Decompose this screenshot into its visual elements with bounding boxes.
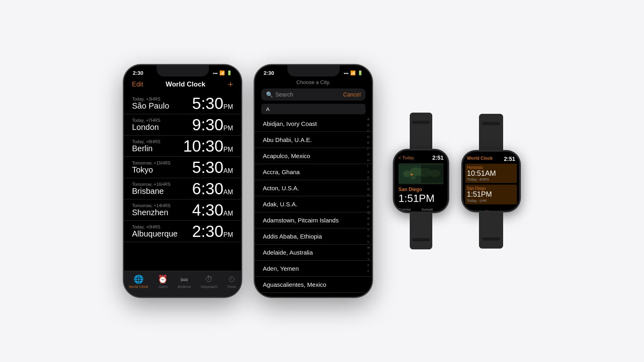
list-item[interactable]: Adamstown, Pitcairn Islands bbox=[255, 212, 372, 228]
w-city-honolulu: Honolulu bbox=[467, 165, 515, 170]
iphone-city-search: 2:30 ▪▪▪ 📶 🔋 Choose a City. 🔍 Search Can… bbox=[254, 64, 373, 298]
sunrise-label: Sunrise bbox=[398, 208, 411, 212]
battery-icon: 🔋 bbox=[227, 70, 232, 76]
city-item-albuquerque: Today, +0HRS Albuquerque 2:30PM bbox=[124, 221, 241, 242]
globe-icon: 🌐 bbox=[134, 274, 144, 284]
status-bar-2: 2:30 ▪▪▪ 📶 🔋 bbox=[255, 65, 372, 78]
list-item[interactable]: Abidjan, Ivory Coast bbox=[255, 116, 372, 132]
city-time: 5:30 bbox=[192, 95, 223, 112]
world-clock-header: Edit World Clock + bbox=[124, 78, 241, 93]
watch2-case: World Clock 2:51 Honolulu 10:51AM Today,… bbox=[461, 150, 521, 212]
bedtime-icon: 🛏 bbox=[180, 275, 188, 284]
city-label: Today, +8HRS bbox=[132, 139, 160, 144]
w-offset-sandiego: Today, -1HR bbox=[467, 199, 515, 203]
watch1-header: < Today 2:51 bbox=[398, 154, 444, 161]
watch1-sunrise-row: Sunrise 6:44AM Sunset 6:26PM bbox=[398, 205, 444, 212]
world-map-display bbox=[398, 163, 444, 184]
city-time: 2:30 bbox=[192, 222, 223, 240]
w-city-slc: Salt Lake City bbox=[467, 210, 515, 210]
tab-timer[interactable]: ⏲ Timer bbox=[227, 275, 236, 289]
list-item[interactable]: Addis Ababa, Ethiopia bbox=[255, 228, 372, 245]
tab-world-clock[interactable]: 🌐 World Clock bbox=[129, 274, 148, 289]
watch2-assembly: World Clock 2:51 Honolulu 10:51AM Today,… bbox=[461, 114, 521, 249]
city-list: Today, +3HRS São Paulo 5:30PM Today, +7H… bbox=[124, 93, 241, 271]
watch2-band-top bbox=[479, 114, 503, 150]
tab-stopwatch[interactable]: ⏱ Stopwatch bbox=[200, 275, 217, 289]
city-label: Today, +0HRS bbox=[132, 224, 178, 229]
status-icons-1: ▪▪▪ 📶 🔋 bbox=[213, 70, 232, 76]
cancel-button[interactable]: Cancel bbox=[343, 91, 361, 98]
scene: 2:30 ▪▪▪ 📶 🔋 Edit World Clock + Today, +… bbox=[123, 64, 521, 298]
wifi-icon-2: 📶 bbox=[350, 70, 356, 76]
city-search-list: Abidjan, Ivory Coast Abu Dhabi, U.A.E. A… bbox=[255, 116, 372, 297]
iphone-world-clock: 2:30 ▪▪▪ 📶 🔋 Edit World Clock + Today, +… bbox=[123, 64, 242, 298]
svg-rect-6 bbox=[421, 165, 444, 183]
list-item[interactable]: Abu Dhabi, U.A.E. bbox=[255, 132, 372, 148]
watch1-city-name: San Diego bbox=[398, 187, 444, 192]
watch2-screen: World Clock 2:51 Honolulu 10:51AM Today,… bbox=[463, 152, 519, 211]
list-item[interactable]: Aktau, Kazakhstan bbox=[255, 293, 372, 297]
list-item[interactable]: Acapulco, Mexico bbox=[255, 148, 372, 164]
signal-icon-2: ▪▪▪ bbox=[344, 71, 349, 76]
watch2-time: 2:51 bbox=[504, 156, 515, 162]
signal-icon: ▪▪▪ bbox=[213, 71, 218, 76]
watch1-band-top bbox=[410, 113, 432, 149]
svg-point-5 bbox=[410, 175, 416, 180]
city-label: Tomorrow, +14HRS bbox=[132, 203, 171, 208]
status-time-1: 2:30 bbox=[133, 70, 143, 76]
wifi-icon: 📶 bbox=[219, 70, 225, 76]
w-offset-honolulu: Today, -4HRS bbox=[467, 177, 515, 181]
city-time: 10:30 bbox=[183, 137, 223, 155]
search-input[interactable]: Search bbox=[275, 91, 339, 98]
edit-button[interactable]: Edit bbox=[132, 81, 143, 88]
tab-bedtime-label: Bedtime bbox=[178, 285, 191, 289]
list-item[interactable]: Aden, Yemen bbox=[255, 261, 372, 277]
city-item-brisbane: Tomorrow, +16HRS Brisbane 6:30AM bbox=[124, 178, 241, 200]
list-item[interactable]: Accra, Ghana bbox=[255, 164, 372, 180]
tab-bar: 🌐 World Clock ⏰ Alarm 🛏 Bedtime ⏱ Stopwa… bbox=[124, 271, 241, 297]
choose-city-header: Choose a City. bbox=[255, 78, 372, 88]
list-item[interactable]: Adak, U.S.A. bbox=[255, 196, 372, 212]
city-label: Tomorrow, +16HRS bbox=[132, 182, 171, 187]
city-time: 4:30 bbox=[192, 201, 223, 219]
tab-alarm-label: Alarm bbox=[158, 285, 168, 289]
city-item-tokyo: Tomorrow, +15HRS Tokyo 5:30AM bbox=[124, 157, 241, 178]
stopwatch-icon: ⏱ bbox=[205, 275, 213, 284]
list-item[interactable]: Acton, U.S.A. bbox=[255, 180, 372, 196]
tab-world-clock-label: World Clock bbox=[129, 285, 148, 289]
city-name: São Paulo bbox=[132, 101, 169, 111]
watch1-band-bottom bbox=[410, 213, 432, 249]
tab-bedtime[interactable]: 🛏 Bedtime bbox=[178, 275, 191, 289]
city-time: 6:30 bbox=[192, 180, 223, 197]
watch1-display-time: 1:51PM bbox=[398, 193, 444, 204]
watch1-time: 2:51 bbox=[432, 154, 444, 161]
tab-timer-label: Timer bbox=[227, 285, 236, 289]
watch2-sandiego: San Diego 1:51PM Today, -1HR bbox=[465, 185, 517, 204]
alphabet-rail[interactable]: ABCDE FGHIJ KLMNO PQRST UVWXY Z# bbox=[367, 117, 370, 273]
watch2-title: World Clock bbox=[467, 156, 493, 160]
w-time-sandiego: 1:51PM bbox=[467, 191, 515, 199]
city-label: Tomorrow, +15HRS bbox=[132, 160, 171, 165]
city-name: London bbox=[132, 123, 160, 132]
list-item[interactable]: Aguascalientes, Mexico bbox=[255, 277, 372, 293]
city-label: Today, +3HRS bbox=[132, 97, 169, 101]
watch2-band-bottom bbox=[479, 212, 503, 249]
watch1-screen: < Today 2:51 bbox=[394, 150, 448, 212]
alpha-letter: A bbox=[266, 106, 270, 112]
tab-alarm[interactable]: ⏰ Alarm bbox=[158, 274, 168, 289]
city-item-saopulo: Today, +3HRS São Paulo 5:30PM bbox=[124, 93, 241, 114]
city-name: Brisbane bbox=[132, 187, 171, 196]
alarm-icon: ⏰ bbox=[158, 274, 168, 284]
search-bar[interactable]: 🔍 Search Cancel bbox=[261, 88, 365, 101]
watch1-assembly: < Today 2:51 bbox=[393, 113, 449, 249]
battery-icon-2: 🔋 bbox=[357, 70, 363, 76]
add-city-button[interactable]: + bbox=[228, 79, 233, 90]
status-time-2: 2:30 bbox=[264, 70, 274, 76]
watch1-sunrise: Sunrise 6:44AM bbox=[398, 205, 421, 212]
list-item[interactable]: Adelaide, Australia bbox=[255, 245, 372, 261]
watch1-back-button[interactable]: < Today bbox=[398, 155, 414, 160]
watch2-header: World Clock 2:51 bbox=[467, 156, 515, 162]
svg-point-7 bbox=[411, 173, 413, 175]
timer-icon: ⏲ bbox=[228, 275, 236, 284]
alphabet-prefix-row: A bbox=[261, 104, 365, 114]
